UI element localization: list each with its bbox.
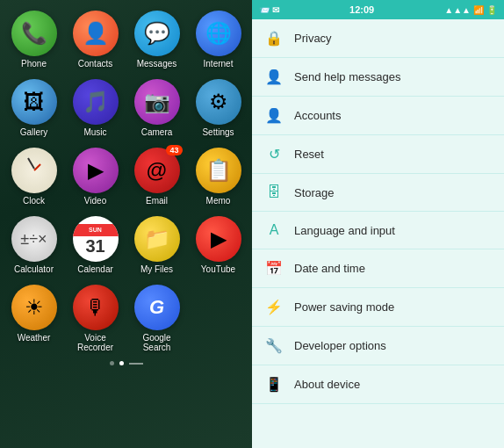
settings-item-accounts[interactable]: 👤 Accounts xyxy=(252,97,504,135)
status-time: 12:09 xyxy=(349,4,374,15)
app-label-messages: Messages xyxy=(137,59,177,69)
app-item-settings[interactable]: ⚙ Settings xyxy=(189,76,248,141)
settings-label-developer: Developer options xyxy=(294,339,386,352)
language-icon: A xyxy=(264,222,284,238)
weather-icon: ☀ xyxy=(11,285,57,330)
page-dot-1 xyxy=(110,361,114,365)
app-item-calendar[interactable]: SUN 31 Calendar xyxy=(66,213,126,278)
app-label-calculator: Calculator xyxy=(14,264,54,274)
calculator-icon: ±÷× xyxy=(11,216,57,262)
settings-icon: ⚙ xyxy=(196,79,241,125)
calendar-icon: SUN 31 xyxy=(73,216,119,262)
signal-icon: ▲▲▲ xyxy=(444,5,471,15)
settings-label-send-help: Send help messages xyxy=(294,70,400,83)
app-label-calendar: Calendar xyxy=(77,264,113,274)
settings-item-reset[interactable]: ↺ Reset xyxy=(252,135,504,174)
settings-item-send-help[interactable]: 👤 Send help messages xyxy=(252,58,504,97)
messages-icon: 💬 xyxy=(134,11,180,56)
app-item-voice[interactable]: 🎙 VoiceRecorder xyxy=(66,281,126,356)
status-left-icons: 📨 ✉ xyxy=(259,5,279,15)
settings-item-developer[interactable]: 🔧 Developer options xyxy=(252,327,504,365)
video-icon: ▶ xyxy=(73,148,119,193)
settings-item-datetime[interactable]: 📅 Date and time xyxy=(252,249,504,288)
app-label-myfiles: My Files xyxy=(140,264,173,274)
app-item-myfiles[interactable]: 📁 My Files xyxy=(127,213,187,278)
voice-icon: 🎙 xyxy=(73,285,119,330)
app-label-video: Video xyxy=(84,196,106,206)
settings-label-storage: Storage xyxy=(294,186,335,199)
settings-label-language: Language and input xyxy=(294,224,395,237)
app-item-contacts[interactable]: 👤 Contacts xyxy=(66,7,126,72)
settings-item-language[interactable]: A Language and input xyxy=(252,212,504,249)
message-icon: ✉ xyxy=(272,5,279,15)
myfiles-icon: 📁 xyxy=(134,216,180,262)
status-bar: 📨 ✉ 12:09 ▲▲▲ 📶 🔋 xyxy=(252,0,504,19)
app-label-gallery: Gallery xyxy=(20,127,48,137)
page-indicator xyxy=(110,361,143,365)
settings-label-powersaving: Power saving mode xyxy=(294,300,394,314)
app-label-memo: Memo xyxy=(206,196,231,206)
google-icon: G xyxy=(134,285,180,330)
app-label-internet: Internet xyxy=(204,59,234,69)
app-item-music[interactable]: 🎵 Music xyxy=(66,76,126,141)
app-item-messages[interactable]: 💬 Messages xyxy=(127,7,187,72)
settings-item-privacy[interactable]: 🔒 Privacy xyxy=(252,19,504,58)
power-icon: ⚡ xyxy=(264,299,284,315)
app-label-youtube: YouTube xyxy=(201,264,235,274)
settings-label-reset: Reset xyxy=(294,148,324,161)
app-item-weather[interactable]: ☀ Weather xyxy=(4,281,64,356)
app-item-camera[interactable]: 📷 Camera xyxy=(127,76,187,141)
app-item-gallery[interactable]: 🖼 Gallery xyxy=(4,76,64,141)
internet-icon: 🌐 xyxy=(196,11,241,56)
gallery-icon: 🖼 xyxy=(11,79,57,125)
app-label-camera: Camera xyxy=(141,127,173,137)
status-right-icons: ▲▲▲ 📶 🔋 xyxy=(444,5,497,15)
settings-label-privacy: Privacy xyxy=(294,32,332,45)
app-label-music: Music xyxy=(83,127,106,137)
about-icon: 📱 xyxy=(264,376,284,393)
page-dot-2 xyxy=(119,361,124,365)
settings-item-powersaving[interactable]: ⚡ Power saving mode xyxy=(252,288,504,327)
settings-item-storage[interactable]: 🗄 Storage xyxy=(252,174,504,212)
settings-list: 🔒 Privacy 👤 Send help messages 👤 Account… xyxy=(252,19,504,448)
battery-icon: 🔋 xyxy=(486,5,497,15)
datetime-icon: 📅 xyxy=(264,260,284,277)
accounts-icon: 👤 xyxy=(264,107,284,124)
app-label-weather: Weather xyxy=(18,333,51,343)
app-label-contacts: Contacts xyxy=(78,59,112,69)
app-item-memo[interactable]: 📋 Memo xyxy=(189,144,248,209)
settings-label-about: About device xyxy=(294,378,360,391)
app-item-clock[interactable]: Clock xyxy=(4,144,64,209)
app-item-internet[interactable]: 🌐 Internet xyxy=(189,7,248,72)
help-icon: 👤 xyxy=(264,69,284,85)
app-item-youtube[interactable]: ▶ YouTube xyxy=(189,213,248,278)
privacy-icon: 🔒 xyxy=(264,30,284,47)
email-icon: @ 43 xyxy=(134,148,180,193)
notification-icon: 📨 xyxy=(259,5,270,15)
app-item-phone[interactable]: 📞 Phone xyxy=(4,7,64,72)
settings-item-about[interactable]: 📱 About device xyxy=(252,365,504,404)
storage-icon: 🗄 xyxy=(264,184,284,200)
music-icon: 🎵 xyxy=(73,79,119,125)
app-label-phone: Phone xyxy=(21,59,47,69)
phone-icon: 📞 xyxy=(11,11,57,56)
app-label-google: GoogleSearch xyxy=(142,333,170,352)
settings-label-datetime: Date and time xyxy=(294,262,365,275)
contacts-icon: 👤 xyxy=(73,11,119,56)
clock-icon xyxy=(11,148,57,193)
app-item-calculator[interactable]: ±÷×Calculator xyxy=(4,213,64,278)
badge-email: 43 xyxy=(166,145,182,155)
app-item-google[interactable]: G GoogleSearch xyxy=(127,281,187,356)
settings-panel: 📨 ✉ 12:09 ▲▲▲ 📶 🔋 🔒 Privacy 👤 Send help … xyxy=(252,0,504,448)
app-drawer: 📞 Phone 👤 Contacts 💬 Messages 🌐 Internet… xyxy=(0,0,252,448)
app-item-video[interactable]: ▶ Video xyxy=(66,144,126,209)
app-label-voice: VoiceRecorder xyxy=(77,333,113,352)
camera-icon: 📷 xyxy=(134,79,180,125)
wifi-icon: 📶 xyxy=(473,5,484,15)
app-item-email[interactable]: @ 43 Email xyxy=(127,144,187,209)
app-label-email: Email xyxy=(146,196,168,206)
app-label-settings: Settings xyxy=(202,127,234,137)
reset-icon: ↺ xyxy=(264,146,284,163)
app-grid: 📞 Phone 👤 Contacts 💬 Messages 🌐 Internet… xyxy=(4,7,248,356)
youtube-icon: ▶ xyxy=(196,216,241,262)
